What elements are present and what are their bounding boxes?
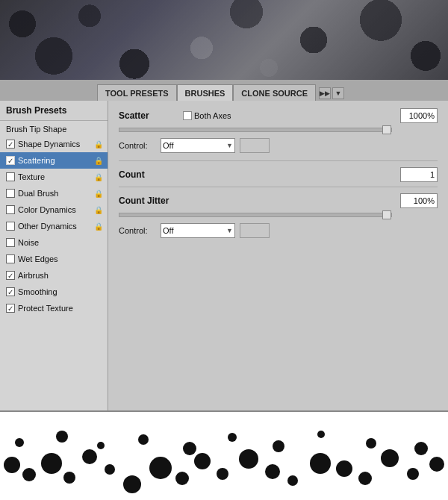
- lock-dual-brush: 🔒: [94, 190, 103, 198]
- preview-dot: [217, 468, 228, 480]
- cb-both-axes[interactable]: [183, 111, 192, 120]
- tab-extras: ▶▶ ▼: [319, 87, 344, 101]
- preview-dot: [336, 460, 352, 477]
- control1-input[interactable]: [240, 138, 270, 153]
- cb-color-dynamics[interactable]: [6, 205, 15, 214]
- preview-dot: [287, 475, 298, 486]
- label-scattering: Scattering: [18, 156, 55, 165]
- divider2: [119, 187, 438, 187]
- preview-dot: [273, 440, 284, 452]
- brush-item-scattering[interactable]: ✓ Scattering 🔒: [0, 152, 108, 169]
- preview-dot: [366, 438, 376, 449]
- brush-item-dual-brush[interactable]: Dual Brush 🔒: [0, 185, 108, 201]
- scatter-slider[interactable]: [119, 128, 392, 132]
- label-noise: Noise: [18, 238, 39, 247]
- cb-texture[interactable]: [6, 172, 15, 181]
- preview-dot: [56, 431, 68, 443]
- preview-area: [0, 410, 448, 500]
- label-airbrush: Airbrush: [18, 271, 49, 280]
- cb-other-dynamics[interactable]: [6, 222, 15, 231]
- brush-item-noise[interactable]: Noise: [0, 234, 108, 251]
- control2-label: Control:: [119, 226, 156, 235]
- control1-label: Control:: [119, 141, 156, 150]
- lock-scattering: 🔒: [94, 157, 103, 165]
- divider1: [119, 160, 438, 161]
- control2-row: Control: Off ▼: [119, 223, 438, 238]
- brush-item-shape-dynamics[interactable]: ✓ Shape Dynamics 🔒: [0, 136, 108, 152]
- control2-arrow-icon: ▼: [226, 227, 233, 234]
- control2-select[interactable]: Off ▼: [161, 223, 235, 238]
- cb-dual-brush[interactable]: [6, 189, 15, 198]
- lock-shape-dynamics: 🔒: [94, 140, 103, 149]
- cb-scattering[interactable]: ✓: [6, 156, 15, 165]
- preview-dot: [4, 457, 20, 473]
- preview-dot: [310, 453, 331, 474]
- preview-dot: [407, 468, 419, 480]
- preview-canvas: [0, 412, 448, 500]
- both-axes-label: Both Axes: [183, 111, 231, 120]
- scatter-row: Scatter Both Axes 1000%: [119, 108, 438, 123]
- preview-dot: [123, 475, 141, 493]
- preview-dot: [15, 438, 24, 447]
- preview-dot: [41, 453, 62, 474]
- preview-dot: [183, 442, 196, 455]
- count-jitter-slider[interactable]: [119, 213, 392, 217]
- preview-dot: [381, 449, 399, 467]
- label-wet-edges: Wet Edges: [18, 254, 58, 263]
- label-color-dynamics: Color Dynamics: [18, 205, 76, 214]
- preview-dot: [63, 472, 75, 484]
- preview-dot: [228, 433, 237, 442]
- scatter-slider-thumb[interactable]: [382, 125, 391, 134]
- tabs-bar: TOOL PRESETS BRUSHES CLONE SOURCE ▶▶ ▼: [0, 80, 448, 101]
- cb-noise[interactable]: [6, 238, 15, 247]
- count-value[interactable]: 1: [400, 167, 438, 182]
- count-jitter-thumb[interactable]: [382, 210, 391, 219]
- brush-item-other-dynamics[interactable]: Other Dynamics 🔒: [0, 218, 108, 234]
- brush-item-smoothing[interactable]: ✓ Smoothing: [0, 284, 108, 300]
- brush-item-texture[interactable]: Texture 🔒: [0, 169, 108, 185]
- brush-item-airbrush[interactable]: ✓ Airbrush: [0, 267, 108, 284]
- cb-protect-texture[interactable]: ✓: [6, 304, 15, 313]
- brush-presets-header: Brush Presets: [0, 101, 108, 121]
- control2-value: Off: [163, 226, 173, 235]
- lock-other-dynamics: 🔒: [94, 222, 103, 231]
- preview-dot: [239, 449, 258, 469]
- cb-wet-edges[interactable]: [6, 254, 15, 263]
- count-jitter-label: Count Jitter: [119, 196, 178, 206]
- preview-dot: [358, 472, 372, 485]
- preview-dot: [429, 457, 444, 472]
- panel-content: Brush Presets Brush Tip Shape ✓ Shape Dy…: [0, 101, 448, 410]
- tab-menu[interactable]: ▼: [332, 87, 344, 99]
- tab-tool-presets[interactable]: TOOL PRESETS: [97, 84, 177, 101]
- scatter-slider-row: [119, 128, 438, 132]
- label-texture: Texture: [18, 172, 45, 181]
- preview-dot: [414, 442, 428, 455]
- count-jitter-value[interactable]: 100%: [400, 193, 438, 208]
- canvas-area: [0, 0, 448, 80]
- brush-item-protect-texture[interactable]: ✓ Protect Texture: [0, 300, 108, 316]
- count-row: Count 1: [119, 167, 438, 182]
- preview-dot: [194, 453, 211, 469]
- preview-dot: [82, 449, 97, 464]
- preview-dot: [149, 457, 172, 479]
- both-axes-text: Both Axes: [194, 111, 231, 120]
- count-jitter-slider-row: [119, 213, 438, 217]
- control1-select[interactable]: Off ▼: [161, 138, 235, 153]
- brush-item-color-dynamics[interactable]: Color Dynamics 🔒: [0, 201, 108, 218]
- preview-dot: [138, 434, 149, 445]
- tab-brushes[interactable]: BRUSHES: [177, 84, 234, 101]
- cb-airbrush[interactable]: ✓: [6, 271, 15, 280]
- label-protect-texture: Protect Texture: [18, 304, 73, 313]
- brush-item-wet-edges[interactable]: Wet Edges: [0, 251, 108, 267]
- tab-clone-source[interactable]: CLONE SOURCE: [233, 84, 316, 101]
- scatter-value[interactable]: 1000%: [400, 108, 438, 123]
- scatter-panel: Scatter Both Axes 1000% Control: Off ▼: [108, 101, 448, 410]
- control1-row: Control: Off ▼: [119, 138, 438, 153]
- label-other-dynamics: Other Dynamics: [18, 222, 77, 231]
- control2-input[interactable]: [240, 223, 270, 238]
- cb-shape-dynamics[interactable]: ✓: [6, 140, 15, 149]
- preview-dot: [105, 464, 115, 475]
- cb-smoothing[interactable]: ✓: [6, 287, 15, 296]
- count-jitter-row: Count Jitter 100%: [119, 193, 438, 208]
- tab-scroll-left[interactable]: ▶▶: [319, 87, 331, 99]
